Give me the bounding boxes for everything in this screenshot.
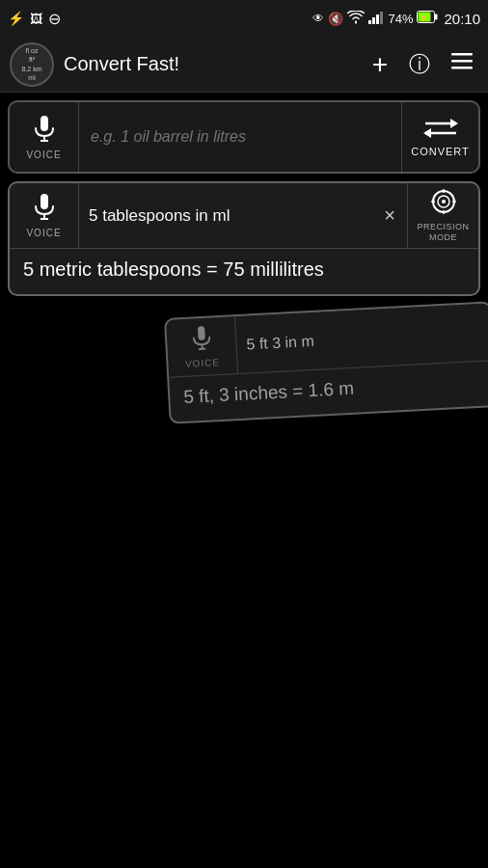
- wifi-icon: [347, 11, 365, 27]
- svg-rect-12: [41, 116, 48, 131]
- svg-rect-1: [368, 20, 371, 24]
- convert-box-1: VOICE CONVERT: [8, 100, 480, 174]
- time-display: 20:10: [444, 11, 480, 27]
- svg-rect-7: [435, 14, 438, 20]
- svg-rect-4: [380, 12, 383, 24]
- svg-rect-9: [451, 53, 473, 56]
- convert-box-3: VOICE 5 ft 3 in m 5 ft, 3 inches = 1.6 m: [164, 301, 488, 424]
- svg-rect-10: [451, 60, 473, 63]
- status-icons-right: 👁 🔇 74% ⚡ 20:10: [312, 11, 480, 27]
- signal-icon: [368, 11, 384, 27]
- result-text-2: 5 metric tablespoons = 75 millilitres: [23, 258, 324, 280]
- voice-button-1[interactable]: VOICE: [10, 102, 79, 172]
- precision-label: PRECISIONMODE: [417, 222, 469, 243]
- voice-label-3: VOICE: [185, 357, 221, 369]
- eye-icon: 👁: [312, 12, 324, 25]
- app-title: Convert Fast!: [64, 53, 357, 75]
- search-input-1[interactable]: [79, 128, 401, 146]
- convert-label-1: CONVERT: [411, 146, 470, 157]
- search-query-3: 5 ft 3 in m: [236, 323, 488, 354]
- mute-icon: 🔇: [328, 12, 343, 26]
- svg-point-0: [355, 21, 357, 23]
- svg-text:⚡: ⚡: [420, 13, 429, 22]
- convert-button-1[interactable]: CONVERT: [401, 102, 478, 172]
- convert-box-2: VOICE 5 tablespoons in ml × PRECISI: [8, 181, 480, 296]
- info-button[interactable]: ⓘ: [403, 44, 436, 85]
- svg-rect-19: [41, 194, 48, 209]
- app-logo: fl ozft²8.2 kmml: [10, 42, 54, 87]
- menu-button[interactable]: [446, 47, 478, 81]
- svg-marker-18: [423, 128, 431, 138]
- svg-rect-11: [451, 67, 473, 69]
- search-query-2: 5 tablespoons in ml: [79, 206, 372, 226]
- convert-arrows-icon: [423, 118, 458, 144]
- close-button-2[interactable]: ×: [372, 197, 407, 234]
- usb-icon: ⚡: [8, 11, 24, 26]
- result-text-3: 5 ft, 3 inches = 1.6 m: [183, 378, 355, 407]
- svg-point-24: [442, 200, 446, 203]
- content-area: VOICE CONVERT: [0, 93, 488, 304]
- image-icon: 🖼: [30, 12, 42, 26]
- svg-rect-3: [376, 14, 379, 24]
- battery-icon: ⚡: [417, 11, 438, 26]
- result-row-2: 5 metric tablespoons = 75 millilitres: [10, 249, 478, 294]
- precision-mode-button[interactable]: PRECISIONMODE: [407, 183, 478, 248]
- voice-button-3[interactable]: VOICE: [166, 316, 238, 377]
- mic-icon-3: [191, 325, 212, 357]
- minus-circle-icon: ⊖: [48, 10, 61, 28]
- svg-rect-2: [372, 17, 375, 24]
- battery-percent: 74%: [388, 12, 413, 26]
- precision-icon: [431, 189, 456, 220]
- voice-label-2: VOICE: [26, 228, 61, 238]
- status-icons-left: ⚡ 🖼 ⊖: [8, 10, 61, 28]
- voice-button-2[interactable]: VOICE: [10, 183, 79, 248]
- svg-rect-29: [197, 326, 204, 340]
- voice-label-1: VOICE: [26, 149, 61, 160]
- app-bar: fl ozft²8.2 kmml Convert Fast! + ⓘ: [0, 37, 488, 93]
- mic-icon-2: [34, 193, 55, 226]
- status-bar: ⚡ 🖼 ⊖ 👁 🔇 74% ⚡: [0, 0, 488, 37]
- add-button[interactable]: +: [366, 43, 393, 86]
- svg-marker-16: [450, 119, 458, 128]
- mic-icon-1: [34, 115, 55, 148]
